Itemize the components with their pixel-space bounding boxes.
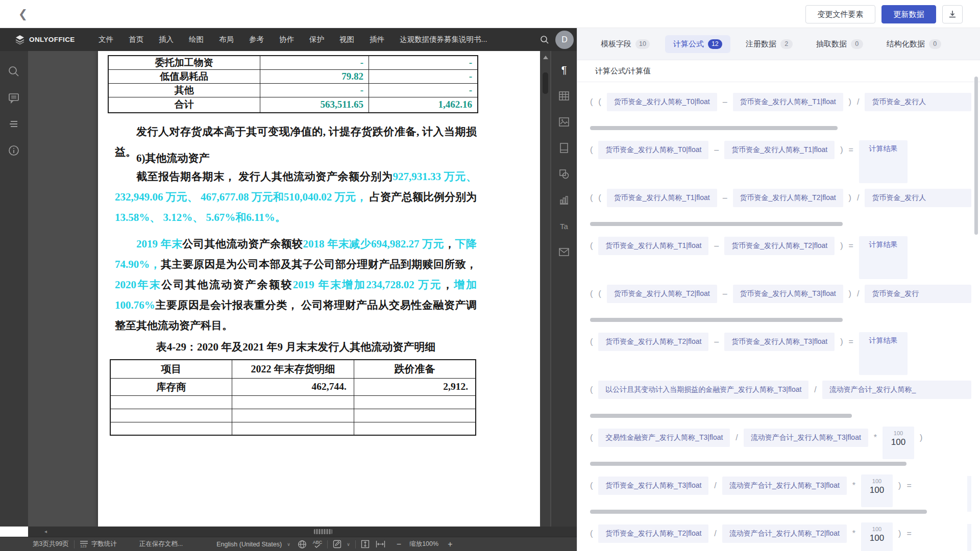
field-chip[interactable]: 货币资金_发行人简称_T2|float [724,237,835,255]
menu-item-5[interactable]: 参考 [241,28,272,51]
formula-row-7[interactable]: (以公计且其变动计入当期损益的金融资产_发行人简称_T3|float/流动资产合… [590,380,971,399]
page-counter[interactable]: 第3页共99页 [33,540,69,548]
download-button[interactable] [942,5,963,23]
textart-settings-icon[interactable]: Ta [557,219,571,233]
field-chip[interactable]: 货币资金_发行人简称_T2|float [733,189,843,207]
formula-row-3[interactable]: ((货币资金_发行人简称_T1|float–货币资金_发行人简称_T2|floa… [590,188,971,208]
shape-settings-icon[interactable] [557,167,571,181]
constant-chip[interactable]: 100100 [861,522,893,551]
zoom-level[interactable]: 缩放100% [409,540,438,548]
menu-item-0[interactable]: 文件 [91,28,121,51]
image-settings-icon[interactable] [557,115,571,129]
field-chip[interactable]: 货币资金_发行人简称_T1|float [598,237,708,255]
scroll-up-arrow-icon[interactable] [543,56,548,59]
menu-item-1[interactable]: 首页 [121,28,151,51]
formula-row-9[interactable]: (货币资金_发行人简称_T3|float/流动资产合计_发行人简称_T3|flo… [590,476,971,495]
highlighted-text: 2018 年末减少694,982.27 万元 [303,238,445,250]
formula-hscrollbar-thumb[interactable] [590,462,906,466]
formula-row-1[interactable]: ((货币资金_发行人简称_T0|float–货币资金_发行人简称_T1|floa… [590,92,971,112]
back-icon[interactable]: ❮ [15,7,31,22]
field-chip[interactable]: 货币资金_发行人简称_T3|float [724,333,835,351]
menu-item-6[interactable]: 协作 [272,28,302,51]
zoom-in-button[interactable]: + [448,540,452,549]
field-chip[interactable]: 以公计且其变动计入当期损益的金融资产_发行人简称_T3|float [598,381,808,399]
constant-chip[interactable]: 100100 [861,474,893,507]
menu-item-9[interactable]: 插件 [362,28,392,51]
field-chip[interactable]: 流动资产合计_发行人简称_ [822,381,971,399]
field-chip[interactable]: 货币资金_发行人 [865,93,971,111]
chart-settings-icon[interactable] [557,193,571,207]
zoom-out-button[interactable]: − [397,540,401,549]
operator: = [849,337,853,346]
table-settings-icon[interactable] [557,89,571,103]
field-chip[interactable]: 流动资产合计_发行人简称_T2|float [722,524,847,543]
document-scrollbar-thumb[interactable] [543,72,548,94]
field-chip[interactable]: 交易性金融资产_发行人简称_T3|float [598,429,730,447]
field-chip[interactable]: 流动资产合计_发行人简称_T3|float [722,477,847,495]
word-count-icon: 123 [80,540,88,548]
update-data-button[interactable]: 更新数据 [881,5,936,23]
field-chip[interactable]: 货币资金_发行人简称_T2|float [598,333,708,351]
field-chip[interactable]: 流动资产合计_发行人简称_T3|float [744,429,868,447]
table-value-cell: - [369,84,478,97]
formula-row-10[interactable]: (货币资金_发行人简称_T2|float/流动资产合计_发行人简称_T2|flo… [590,524,971,543]
document-hscrollbar[interactable]: ◂ [28,527,577,537]
calc-result-chip[interactable]: 计算结果 [859,236,908,279]
constant-chip[interactable]: 100100 [883,427,914,459]
formula-row-2[interactable]: (货币资金_发行人简称_T0|float–货币资金_发行人简称_T1|float… [590,140,971,160]
menu-item-3[interactable]: 绘图 [181,28,211,51]
field-chip[interactable]: 货币资金_发行人简称_T3|float [598,477,708,495]
menu-item-4[interactable]: 布局 [211,28,241,51]
fit-page-icon[interactable] [361,540,370,548]
calc-result-chip[interactable]: 计算结果 [859,332,908,375]
field-chip[interactable]: 货币资金_发行人简称_T2|float [598,524,708,543]
formula-row-5[interactable]: ((货币资金_发行人简称_T2|float–货币资金_发行人简称_T3|floa… [590,284,971,304]
paragraph-settings-icon[interactable]: ¶ [557,63,571,77]
field-chip[interactable]: 货币资金_发行人简称_T1|float [724,141,835,159]
statusbar-divider [355,540,356,548]
about-info-icon[interactable] [8,144,21,158]
formula-row-8[interactable]: (交易性金融资产_发行人简称_T3|float/流动资产合计_发行人简称_T3|… [590,428,971,447]
hscrollbar-thumb[interactable] [314,529,332,534]
menu-item-10[interactable]: 达观数据债券募集说明书... [392,28,495,51]
field-chip[interactable]: 货币资金_发行人简称_T0|float [598,141,708,159]
formula-hscrollbar-thumb[interactable] [590,222,843,226]
menu-item-2[interactable]: 插入 [151,28,181,51]
document-language-icon[interactable] [298,540,307,549]
formula-hscrollbar-thumb[interactable] [590,318,843,322]
menu-item-7[interactable]: 保护 [302,28,332,51]
field-chip[interactable]: 货币资金_发行人简称_T3|float [733,285,843,303]
language-selector[interactable]: English (United States) ∨ [216,541,290,548]
document-page[interactable]: 委托加工物资--低值易耗品79.82-其他--合计563,511.651,462… [98,51,540,527]
mail-merge-icon[interactable] [557,245,571,259]
field-chip[interactable]: 货币资金_发行 [865,285,971,303]
formula-row-4[interactable]: (货币资金_发行人简称_T1|float–货币资金_发行人简称_T2|float… [590,236,971,256]
feedback-button[interactable]: ∨ [333,540,350,548]
field-chip[interactable]: 货币资金_发行人简称_T2|float [607,285,717,303]
fit-width-icon[interactable] [376,540,385,548]
operator: ( [590,241,593,251]
field-chip[interactable]: 货币资金_发行人简称_T1|float [733,93,843,111]
field-chip[interactable]: 货币资金_发行人简称_T0|float [607,93,717,111]
word-count-button[interactable]: 123 字数统计 [80,540,117,548]
user-avatar[interactable]: D [555,31,574,49]
calc-result-chip[interactable]: 计算结果 [859,140,908,183]
formula-row-6[interactable]: (货币资金_发行人简称_T2|float–货币资金_发行人简称_T3|float… [590,332,971,352]
menu-search-icon[interactable] [540,35,549,44]
spellcheck-icon[interactable]: ABC [313,540,323,548]
header-footer-settings-icon[interactable] [557,141,571,155]
comments-icon[interactable] [8,92,21,105]
field-chip[interactable]: 货币资金_发行人简称_T1|float [607,189,717,207]
hscroll-left-arrow-icon[interactable]: ◂ [44,529,47,534]
field-chip[interactable]: 货币资金_发行人 [865,189,971,207]
table-value-cell: - [369,70,478,84]
navigation-headings-icon[interactable] [8,118,21,131]
formula-hscrollbar-thumb[interactable] [590,510,927,514]
menu-item-8[interactable]: 视图 [332,28,362,51]
formula-hscrollbar-thumb[interactable] [590,126,838,130]
panel-vscrollbar-thumb[interactable] [974,77,978,235]
change-file-elements-button[interactable]: 变更文件要素 [805,5,875,23]
document-scrollbar[interactable] [541,51,550,527]
search-icon[interactable] [8,65,21,79]
formula-hscrollbar-thumb[interactable] [590,414,852,418]
